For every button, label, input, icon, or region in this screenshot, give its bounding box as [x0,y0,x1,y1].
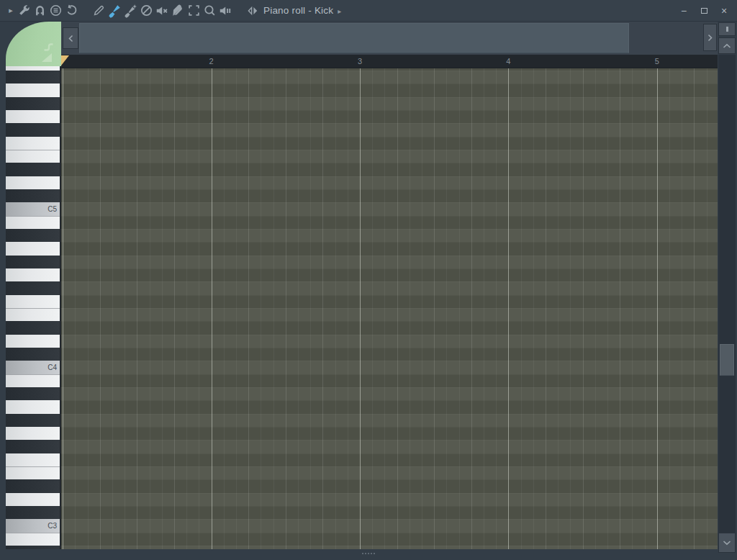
chevron-down-icon [724,541,731,544]
piano-key-gs4[interactable] [6,256,60,268]
select-icon[interactable] [186,3,202,19]
horizontal-scrollbar-thumb[interactable] [79,23,629,53]
resize-grip-handle[interactable] [362,553,375,554]
piano-key-c5[interactable]: C5 [6,202,60,215]
piano-key-as4[interactable] [6,229,60,242]
scroll-down-button[interactable] [718,533,736,553]
grid-line [372,68,373,549]
grid-line [632,68,633,549]
piano-key-cs4[interactable] [6,348,60,361]
grid-line [645,68,646,549]
vertical-scrollbar-thumb[interactable] [720,344,734,376]
piano-key-g5[interactable] [6,110,60,123]
grid-row [61,321,718,334]
window-title[interactable]: Piano roll - Kick [263,5,333,16]
grid-row [61,479,718,492]
grid-line [310,68,311,549]
grid-line [546,68,546,549]
piano-key-fs4[interactable] [6,281,60,294]
piano-key-cs5[interactable] [6,189,60,202]
options-arrow-icon[interactable]: ▸ [6,6,16,15]
piano-roll-corner-options[interactable] [6,22,61,66]
grid-row [61,295,718,308]
piano-key-fs5[interactable] [6,123,60,136]
grid-line [125,68,125,549]
draw-pencil-icon[interactable] [91,3,107,19]
undo-icon[interactable] [63,3,79,19]
grid-line [273,68,274,549]
piano-key-gs5[interactable] [6,97,60,110]
scroll-right-button[interactable] [703,24,717,51]
piano-key-d3[interactable] [6,493,60,506]
piano-key-g3[interactable] [6,427,60,440]
grid-row [61,281,718,294]
target-channel-icon[interactable] [245,3,261,19]
piano-key-fs3[interactable] [6,440,60,453]
grid-line [186,68,187,549]
piano-key-e5[interactable] [6,150,60,163]
piano-key-f3[interactable] [6,453,60,466]
main-menu-icon[interactable] [48,3,63,19]
grid-row [61,71,718,83]
piano-key-ds5[interactable] [6,163,60,176]
note-grid[interactable] [61,68,718,549]
playhead-flag[interactable] [61,55,69,66]
piano-key-c4[interactable]: C4 [6,361,60,374]
piano-key-f5[interactable] [6,137,60,150]
maximize-button[interactable] [697,4,711,18]
grid-line [669,68,670,549]
tool-settings-wrench-icon[interactable] [16,3,32,19]
piano-key-a5[interactable] [6,83,60,96]
piano-key-as5[interactable] [6,71,60,83]
grid-line [384,68,385,549]
horizontal-scrollbar[interactable] [61,22,718,55]
grid-line [459,68,460,549]
piano-key-b4[interactable] [6,216,60,229]
bar-line [657,68,658,549]
zoom-icon[interactable] [202,3,217,19]
delete-icon[interactable] [138,3,154,19]
slice-icon[interactable] [170,3,186,19]
title-menu-arrow-icon[interactable]: ▸ [338,7,341,15]
octave-label: C3 [48,522,57,530]
grid-row [61,493,718,506]
grid-line [174,68,175,549]
piano-key-c3[interactable]: C3 [6,519,60,532]
piano-key-d5[interactable] [6,176,60,189]
playback-icon[interactable] [217,3,233,19]
piano-key-b2[interactable] [6,533,60,546]
grid-row [61,137,718,150]
piano-key-d4[interactable] [6,335,60,348]
paint-brush-icon[interactable] [107,3,122,19]
minimize-button[interactable]: − [677,4,691,18]
grid-line [224,68,225,549]
close-button[interactable]: × [717,4,731,18]
piano-key-gs3[interactable] [6,414,60,427]
piano-key-as3[interactable] [6,387,60,400]
snap-magnet-icon[interactable] [32,3,48,19]
grid-line [607,68,608,549]
vertical-scrollbar[interactable] [718,55,736,533]
grid-row [61,466,718,479]
paint-sequence-brush-icon[interactable] [122,3,138,19]
piano-key-g4[interactable] [6,268,60,281]
bar-number: 2 [209,57,214,66]
grid-line [422,68,422,549]
panel-grip-button[interactable] [718,22,736,36]
scroll-up-button[interactable] [718,37,736,54]
piano-key-a4[interactable] [6,242,60,255]
timeline-ruler[interactable]: 2345 [61,55,718,68]
piano-key-cs3[interactable] [6,506,60,519]
mute-icon[interactable] [154,3,170,19]
piano-key-a3[interactable] [6,400,60,413]
grid-line [434,68,435,549]
piano-key-e4[interactable] [6,308,60,321]
piano-key-e3[interactable] [6,466,60,479]
grid-row [61,335,718,348]
scroll-left-button[interactable] [63,27,78,49]
bar-line [63,68,63,549]
piano-key-ds3[interactable] [6,479,60,492]
piano-key-f4[interactable] [6,295,60,308]
piano-key-b3[interactable] [6,374,60,387]
piano-key-ds4[interactable] [6,321,60,334]
